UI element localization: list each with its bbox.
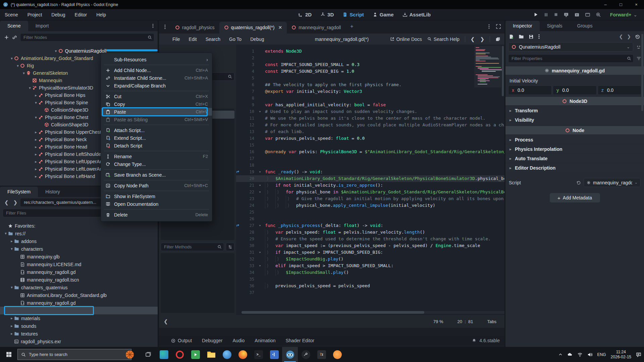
collapse-arrow[interactable]: ▾ xyxy=(54,49,58,53)
renderer-selector[interactable]: Forward+ ⌄ xyxy=(610,12,637,17)
script-menu-debug[interactable]: Debug xyxy=(250,37,264,42)
edit-next-object-icon[interactable]: ❯ xyxy=(627,34,631,39)
taskbar-app-7zip[interactable]: 7z xyxy=(314,347,329,362)
file-textures[interactable]: ▸textures xyxy=(0,330,158,338)
close-tab-icon[interactable]: ✕ xyxy=(278,25,282,30)
expand-arrow[interactable]: ▸ xyxy=(9,324,14,328)
collapse-arrow[interactable]: ▾ xyxy=(9,247,14,251)
taskbar-app-firefox[interactable] xyxy=(235,347,251,362)
context-menu-add-child-node[interactable]: Add Child Node...Ctrl+A xyxy=(101,66,212,74)
save-resource-icon[interactable] xyxy=(529,34,534,39)
code-line-33[interactable]: 33▾⟩elif impact_speed > IMPACT_SOUND_SPE… xyxy=(236,262,504,269)
code-line-1[interactable]: 1extends Node3D xyxy=(236,48,504,55)
code-line-29[interactable]: 29⟩# Ensure the speed used to determine … xyxy=(236,236,504,242)
file-mannequiny-ragdoll-tscn[interactable]: mannequiny_ragdoll.tscn xyxy=(0,276,158,284)
expand-arrow[interactable]: ▸ xyxy=(34,93,38,98)
fold-arrow-icon[interactable]: ▾ xyxy=(259,222,261,229)
property-group-visibility[interactable]: ▸Visibility xyxy=(505,116,644,124)
bottom-tab-animation[interactable]: Animation xyxy=(255,338,275,343)
context-menu-show-in-filesystem[interactable]: Show in FileSystem xyxy=(101,192,212,200)
taskbar-app-media-app[interactable] xyxy=(187,347,203,362)
film-play-icon[interactable] xyxy=(574,12,580,17)
vector-y-field[interactable]: y0.0 xyxy=(553,85,596,95)
resource-options-icon[interactable] xyxy=(538,34,540,39)
script-menu-edit[interactable]: Edit xyxy=(189,37,197,42)
caret-position[interactable]: 20 : 81 xyxy=(458,319,473,324)
context-menu-instantiate-child-scene[interactable]: Instantiate Child Scene...Ctrl+Shift+A xyxy=(101,74,212,82)
code-line-37[interactable]: 37 xyxy=(236,289,504,296)
taskbar-app-file-explorer[interactable] xyxy=(203,347,219,362)
expand-arrow[interactable]: ▸ xyxy=(34,167,38,171)
tab-groups[interactable]: Groups xyxy=(570,21,600,31)
expand-arrow[interactable]: ▸ xyxy=(34,174,38,179)
code-line-34[interactable]: 34⟩⟩$ImpactSoundSmall.play() xyxy=(236,269,504,276)
basketball-widget-icon[interactable] xyxy=(125,350,134,359)
taskbar-clock[interactable]: 11:24 2026-02-15 xyxy=(611,350,631,360)
context-menu-rename[interactable]: RenameF2 xyxy=(101,153,212,160)
file-materials[interactable]: ▸materials xyxy=(0,314,158,322)
add-node-icon[interactable] xyxy=(4,35,9,40)
code-line-5[interactable]: 5 xyxy=(236,75,504,81)
scene-tab-quaternius-ragdoll[interactable]: quaternius_ragdoll(*)✕ xyxy=(219,22,287,34)
context-menu-copy[interactable]: CopyCtrl+C xyxy=(101,100,212,108)
workspace-script[interactable]: Script xyxy=(342,12,364,17)
code-line-25[interactable]: 25 xyxy=(236,209,504,216)
tab-list-menu-icon[interactable] xyxy=(488,24,490,29)
fold-arrow-icon[interactable]: ▾ xyxy=(259,108,261,115)
scene-tab-mannequiny-ragdoll[interactable]: mannequiny_ragdoll xyxy=(287,22,345,34)
load-resource-icon[interactable] xyxy=(519,34,524,39)
maximize-button[interactable]: □ xyxy=(613,0,629,9)
menu-scene[interactable]: Scene xyxy=(5,12,18,17)
script-menu-file[interactable]: File xyxy=(172,37,180,42)
file-mannequiny-ragdoll-gd[interactable]: mannequiny_ragdoll.gd xyxy=(0,299,158,307)
tab-filesystem[interactable]: FileSystem xyxy=(0,187,38,197)
history-icon[interactable] xyxy=(635,34,640,39)
file-mannequiny-glb[interactable]: mannequiny.glb xyxy=(0,253,158,260)
code-line-28[interactable]: 28⟩var pelvis_speed: float = pelvis.line… xyxy=(236,229,504,236)
context-menu-save-branch-as-scene[interactable]: Save Branch as Scene... xyxy=(101,171,212,179)
code-line-24[interactable]: 24⟩⟩⟩physical_bone.apply_central_impulse… xyxy=(236,202,504,209)
file-addons[interactable]: ▸addons xyxy=(0,237,158,245)
code-line-32[interactable]: 32⟩⟩$ImpactSoundBig.play() xyxy=(236,256,504,262)
file-characters-quaternius[interactable]: ▾characters_quaternius xyxy=(0,284,158,291)
expand-arrow[interactable]: ▸ xyxy=(34,160,38,164)
code-line-18[interactable]: 18 xyxy=(236,162,504,169)
bottom-tab-shader-editor[interactable]: Shader Editor xyxy=(286,338,315,343)
file-res[interactable]: ▾res:// xyxy=(0,230,158,237)
script-value-dropdown[interactable]: mannequiny_ragdoll. ⌄ xyxy=(584,178,641,187)
collapse-arrow[interactable]: ▾ xyxy=(21,71,26,75)
expand-arrow[interactable]: ▸ xyxy=(34,152,38,157)
vector-x-field[interactable]: x0.0 xyxy=(508,85,552,95)
code-line-14[interactable]: 14var previous_pelvis_speed: float = 0.0 xyxy=(236,135,504,142)
taskbar-app-steam[interactable] xyxy=(298,347,314,362)
fold-arrow-icon[interactable]: ▾ xyxy=(259,169,261,175)
vector-z-field[interactable]: z0.0 xyxy=(598,85,641,95)
zoom-level[interactable]: 79 % xyxy=(433,319,443,324)
vertical-scrollbar[interactable] xyxy=(502,46,504,96)
taskbar-app-terminal[interactable]: >_ xyxy=(251,347,266,362)
collapse-arrow[interactable]: ▾ xyxy=(15,64,20,68)
code-line-3[interactable]: 3const IMPACT_SOUND_SPEED_SMALL = 0.3 xyxy=(236,61,504,68)
file-mannequiny-license-md[interactable]: mannequiny.LICENSE.md xyxy=(0,260,158,268)
menu-help[interactable]: Help xyxy=(96,12,106,17)
context-menu-extend-script[interactable]: Extend Script... xyxy=(101,134,212,142)
menu-debug[interactable]: Debug xyxy=(51,12,65,17)
code-line-30[interactable]: 30⟩var impact_speed := (previous_pelvis_… xyxy=(236,242,504,249)
workspace-assetlib[interactable]: AssetLib xyxy=(402,12,431,17)
file-mannequiny-ragdoll-gd[interactable]: mannequiny_ragdoll.gd xyxy=(0,268,158,276)
collapse-arrow[interactable]: ▾ xyxy=(9,56,14,61)
instantiate-scene-icon[interactable] xyxy=(12,35,17,40)
tab-import[interactable]: Import xyxy=(28,21,56,31)
taskbar-app-visual-studio[interactable] xyxy=(266,347,282,362)
onedrive-cloud-icon[interactable] xyxy=(567,352,573,357)
taskbar-app-opera[interactable] xyxy=(172,347,187,362)
script-section-header[interactable]: mannequiny_ragdoll.gd xyxy=(505,66,644,75)
fold-arrow-icon[interactable]: ▾ xyxy=(259,262,261,269)
tray-expand-icon[interactable] xyxy=(558,353,562,357)
filter-properties-input[interactable] xyxy=(508,54,634,63)
wifi-icon[interactable] xyxy=(577,352,583,357)
taskbar-app-godot[interactable] xyxy=(282,347,298,362)
expand-arrow[interactable]: ▸ xyxy=(34,130,38,134)
nav-forward-icon[interactable]: ❯ xyxy=(12,199,19,205)
code-editor[interactable]: 1extends Node3D23const IMPACT_SOUND_SPEE… xyxy=(236,45,504,315)
